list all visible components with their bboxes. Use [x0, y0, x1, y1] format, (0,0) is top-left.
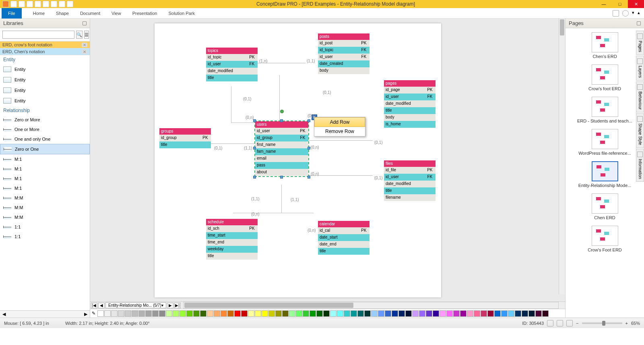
erd-table-row[interactable]: id_groupPK — [159, 135, 211, 141]
color-swatch[interactable] — [378, 310, 384, 317]
color-swatch[interactable] — [207, 310, 213, 317]
library-item-relationship[interactable]: M:M — [0, 212, 90, 222]
color-swatch[interactable] — [125, 310, 131, 317]
color-swatch[interactable] — [234, 310, 241, 317]
page-thumbnail[interactable]: Chen's ERD — [566, 31, 644, 63]
color-swatch[interactable] — [467, 310, 473, 317]
color-swatch[interactable] — [296, 310, 302, 317]
close-icon[interactable]: ✕ — [82, 43, 87, 47]
erd-table-row[interactable]: date_modified — [206, 68, 258, 75]
color-swatch[interactable] — [522, 310, 528, 317]
erd-table-row[interactable]: id_calPK — [318, 227, 369, 234]
erd-table-row[interactable]: id_userFK — [206, 61, 258, 68]
resize-handle[interactable] — [280, 119, 283, 122]
library-item-relationship[interactable]: M:1 — [0, 183, 90, 193]
palette-dropper-icon[interactable]: ✎ — [92, 311, 95, 316]
scroll-right-icon[interactable]: ▶ — [84, 312, 87, 317]
library-item-relationship[interactable]: Zero or More — [0, 115, 90, 125]
color-swatch[interactable] — [193, 310, 200, 317]
side-tab-information[interactable]: Information — [636, 149, 644, 182]
zoom-out-icon[interactable]: − — [576, 321, 578, 326]
color-swatch[interactable] — [542, 310, 549, 317]
menu-home[interactable]: Home — [33, 11, 45, 16]
library-item-relationship[interactable]: Zero or One — [0, 144, 90, 154]
color-swatch[interactable] — [487, 310, 494, 317]
color-swatch[interactable] — [275, 310, 282, 317]
erd-table-row[interactable]: time_end — [206, 239, 258, 246]
color-swatch[interactable] — [159, 310, 165, 317]
fit-width-icon[interactable] — [566, 320, 573, 326]
library-item-entity[interactable]: Entity — [0, 75, 90, 85]
page-thumbnail[interactable]: Entity-Relationship Mode... — [566, 160, 644, 192]
color-swatch[interactable] — [248, 310, 254, 317]
erd-table-row[interactable]: time_start — [206, 232, 258, 239]
library-item-relationship[interactable]: M:1 — [0, 154, 90, 164]
erd-table-row[interactable]: title — [318, 248, 369, 255]
scroll-left-icon[interactable]: ◀ — [2, 312, 6, 317]
color-swatch[interactable] — [481, 310, 487, 317]
erd-table-row[interactable]: filename — [384, 194, 436, 201]
menu-view[interactable]: View — [111, 11, 121, 16]
color-swatch[interactable] — [419, 310, 425, 317]
color-swatch[interactable] — [132, 310, 138, 317]
menu-shape[interactable]: Shape — [56, 11, 69, 16]
qat-open-icon[interactable] — [19, 1, 25, 7]
hand-tool-icon[interactable] — [547, 320, 553, 326]
erd-table-row[interactable]: date_end — [318, 241, 369, 248]
pin-icon[interactable] — [83, 21, 87, 25]
side-tab-behaviour[interactable]: Behaviour — [636, 81, 644, 112]
color-swatch[interactable] — [528, 310, 535, 317]
prev-sheet-icon[interactable]: ◀ — [98, 303, 105, 308]
color-swatch[interactable] — [221, 310, 227, 317]
context-menu-add-row[interactable]: Add Row — [314, 117, 365, 127]
search-icon[interactable]: 🔍 — [76, 31, 83, 39]
color-swatch[interactable] — [398, 310, 405, 317]
erd-table-row[interactable]: id_topicPK — [206, 54, 258, 61]
qat-undo-icon[interactable] — [35, 1, 41, 7]
menu-presentation[interactable]: Presentation — [132, 11, 157, 16]
horizontal-scrollbar[interactable] — [183, 302, 559, 309]
library-item-relationship[interactable]: One or More — [0, 125, 90, 134]
drawing-canvas[interactable]: topicsid_topicPKid_userFKdate_modifiedti… — [90, 19, 565, 301]
qat-save-icon[interactable] — [27, 1, 33, 7]
file-menu-button[interactable]: File — [2, 8, 22, 19]
erd-table-row[interactable]: id_postPK — [318, 40, 369, 47]
color-swatch[interactable] — [145, 310, 152, 317]
pin-icon[interactable] — [637, 21, 641, 25]
color-swatch[interactable] — [351, 310, 357, 317]
color-swatch[interactable] — [262, 310, 268, 317]
color-swatch[interactable] — [303, 310, 309, 317]
library-item-relationship[interactable]: M:1 — [0, 174, 90, 183]
page-thumbnail[interactable]: ERD - Students and teach... — [566, 95, 644, 127]
vertical-scrollbar[interactable] — [559, 19, 565, 294]
page-thumbnail[interactable]: Chen ERD — [566, 192, 644, 224]
erd-table-row[interactable]: id_userFK — [384, 174, 436, 181]
color-swatch[interactable] — [227, 310, 234, 317]
color-swatch[interactable] — [371, 310, 378, 317]
first-sheet-icon[interactable]: |◀ — [91, 303, 97, 308]
color-swatch[interactable] — [344, 310, 350, 317]
color-swatch[interactable] — [412, 310, 419, 317]
color-swatch[interactable] — [138, 310, 145, 317]
side-tab-layers[interactable]: Layers — [636, 56, 644, 81]
library-item-relationship[interactable]: M:1 — [0, 164, 90, 174]
color-swatch[interactable] — [494, 310, 501, 317]
library-search-input[interactable] — [2, 31, 74, 39]
resize-handle[interactable] — [253, 119, 256, 122]
library-item-entity[interactable]: Entity — [0, 64, 90, 75]
library-category-crowsfoot[interactable]: ERD, crow's foot notation ✕ — [0, 42, 90, 48]
next-sheet-icon[interactable]: ▶ — [167, 303, 173, 308]
library-item-entity[interactable]: Entity — [0, 85, 90, 96]
color-swatch[interactable] — [97, 310, 104, 317]
color-swatch[interactable] — [337, 310, 343, 317]
color-swatch[interactable] — [535, 310, 542, 317]
color-swatch[interactable] — [152, 310, 159, 317]
resize-handle[interactable] — [280, 176, 283, 179]
color-swatch[interactable] — [357, 310, 364, 317]
layout-icon[interactable] — [613, 10, 619, 17]
erd-table-row[interactable]: body — [318, 67, 369, 74]
color-swatch[interactable] — [268, 310, 275, 317]
color-swatch[interactable] — [440, 310, 446, 317]
side-tab-pages[interactable]: Pages — [636, 31, 644, 55]
color-swatch[interactable] — [173, 310, 179, 317]
